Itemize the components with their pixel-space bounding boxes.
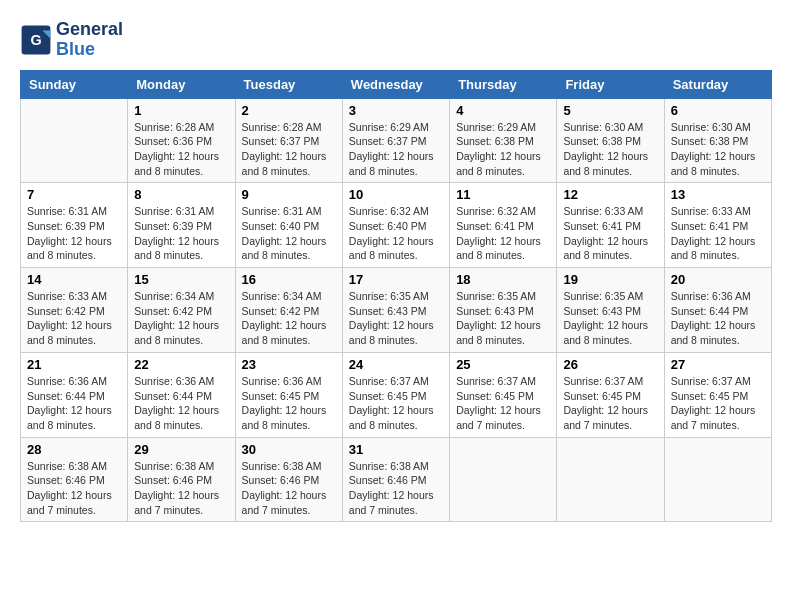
day-info: Sunrise: 6:29 AMSunset: 6:37 PMDaylight:…	[349, 120, 443, 179]
calendar-cell: 1Sunrise: 6:28 AMSunset: 6:36 PMDaylight…	[128, 98, 235, 183]
col-header-friday: Friday	[557, 70, 664, 98]
calendar-cell: 6Sunrise: 6:30 AMSunset: 6:38 PMDaylight…	[664, 98, 771, 183]
day-info: Sunrise: 6:38 AMSunset: 6:46 PMDaylight:…	[349, 459, 443, 518]
page-header: G General Blue	[20, 20, 772, 60]
col-header-tuesday: Tuesday	[235, 70, 342, 98]
calendar-cell: 18Sunrise: 6:35 AMSunset: 6:43 PMDayligh…	[450, 268, 557, 353]
calendar-table: SundayMondayTuesdayWednesdayThursdayFrid…	[20, 70, 772, 523]
calendar-cell: 19Sunrise: 6:35 AMSunset: 6:43 PMDayligh…	[557, 268, 664, 353]
day-number: 29	[134, 442, 228, 457]
logo-text: General Blue	[56, 20, 123, 60]
day-info: Sunrise: 6:37 AMSunset: 6:45 PMDaylight:…	[349, 374, 443, 433]
day-info: Sunrise: 6:32 AMSunset: 6:41 PMDaylight:…	[456, 204, 550, 263]
calendar-cell: 15Sunrise: 6:34 AMSunset: 6:42 PMDayligh…	[128, 268, 235, 353]
day-number: 6	[671, 103, 765, 118]
day-number: 14	[27, 272, 121, 287]
day-number: 10	[349, 187, 443, 202]
day-info: Sunrise: 6:33 AMSunset: 6:41 PMDaylight:…	[671, 204, 765, 263]
day-info: Sunrise: 6:37 AMSunset: 6:45 PMDaylight:…	[671, 374, 765, 433]
day-number: 8	[134, 187, 228, 202]
day-number: 23	[242, 357, 336, 372]
calendar-week-3: 14Sunrise: 6:33 AMSunset: 6:42 PMDayligh…	[21, 268, 772, 353]
day-number: 22	[134, 357, 228, 372]
calendar-cell: 8Sunrise: 6:31 AMSunset: 6:39 PMDaylight…	[128, 183, 235, 268]
day-number: 11	[456, 187, 550, 202]
day-info: Sunrise: 6:34 AMSunset: 6:42 PMDaylight:…	[242, 289, 336, 348]
day-number: 1	[134, 103, 228, 118]
calendar-cell: 12Sunrise: 6:33 AMSunset: 6:41 PMDayligh…	[557, 183, 664, 268]
day-number: 9	[242, 187, 336, 202]
day-number: 27	[671, 357, 765, 372]
calendar-week-1: 1Sunrise: 6:28 AMSunset: 6:36 PMDaylight…	[21, 98, 772, 183]
calendar-cell: 24Sunrise: 6:37 AMSunset: 6:45 PMDayligh…	[342, 352, 449, 437]
logo: G General Blue	[20, 20, 123, 60]
day-number: 28	[27, 442, 121, 457]
calendar-cell: 9Sunrise: 6:31 AMSunset: 6:40 PMDaylight…	[235, 183, 342, 268]
day-info: Sunrise: 6:30 AMSunset: 6:38 PMDaylight:…	[563, 120, 657, 179]
calendar-cell: 5Sunrise: 6:30 AMSunset: 6:38 PMDaylight…	[557, 98, 664, 183]
calendar-cell: 28Sunrise: 6:38 AMSunset: 6:46 PMDayligh…	[21, 437, 128, 522]
day-number: 21	[27, 357, 121, 372]
svg-text:G: G	[30, 32, 41, 48]
day-number: 19	[563, 272, 657, 287]
calendar-cell: 22Sunrise: 6:36 AMSunset: 6:44 PMDayligh…	[128, 352, 235, 437]
day-number: 30	[242, 442, 336, 457]
logo-icon: G	[20, 24, 52, 56]
calendar-cell: 31Sunrise: 6:38 AMSunset: 6:46 PMDayligh…	[342, 437, 449, 522]
day-number: 24	[349, 357, 443, 372]
calendar-cell: 16Sunrise: 6:34 AMSunset: 6:42 PMDayligh…	[235, 268, 342, 353]
day-info: Sunrise: 6:28 AMSunset: 6:37 PMDaylight:…	[242, 120, 336, 179]
day-info: Sunrise: 6:31 AMSunset: 6:39 PMDaylight:…	[134, 204, 228, 263]
day-number: 13	[671, 187, 765, 202]
day-number: 25	[456, 357, 550, 372]
day-number: 15	[134, 272, 228, 287]
calendar-cell: 3Sunrise: 6:29 AMSunset: 6:37 PMDaylight…	[342, 98, 449, 183]
calendar-cell	[557, 437, 664, 522]
day-info: Sunrise: 6:33 AMSunset: 6:41 PMDaylight:…	[563, 204, 657, 263]
calendar-cell: 26Sunrise: 6:37 AMSunset: 6:45 PMDayligh…	[557, 352, 664, 437]
day-number: 5	[563, 103, 657, 118]
day-info: Sunrise: 6:31 AMSunset: 6:39 PMDaylight:…	[27, 204, 121, 263]
calendar-cell: 11Sunrise: 6:32 AMSunset: 6:41 PMDayligh…	[450, 183, 557, 268]
day-info: Sunrise: 6:38 AMSunset: 6:46 PMDaylight:…	[134, 459, 228, 518]
calendar-week-4: 21Sunrise: 6:36 AMSunset: 6:44 PMDayligh…	[21, 352, 772, 437]
calendar-cell	[664, 437, 771, 522]
day-info: Sunrise: 6:36 AMSunset: 6:44 PMDaylight:…	[134, 374, 228, 433]
day-number: 2	[242, 103, 336, 118]
calendar-cell: 23Sunrise: 6:36 AMSunset: 6:45 PMDayligh…	[235, 352, 342, 437]
day-number: 20	[671, 272, 765, 287]
col-header-thursday: Thursday	[450, 70, 557, 98]
calendar-cell: 21Sunrise: 6:36 AMSunset: 6:44 PMDayligh…	[21, 352, 128, 437]
day-info: Sunrise: 6:32 AMSunset: 6:40 PMDaylight:…	[349, 204, 443, 263]
calendar-cell: 7Sunrise: 6:31 AMSunset: 6:39 PMDaylight…	[21, 183, 128, 268]
calendar-cell	[450, 437, 557, 522]
day-info: Sunrise: 6:35 AMSunset: 6:43 PMDaylight:…	[349, 289, 443, 348]
day-number: 17	[349, 272, 443, 287]
col-header-wednesday: Wednesday	[342, 70, 449, 98]
day-info: Sunrise: 6:38 AMSunset: 6:46 PMDaylight:…	[242, 459, 336, 518]
calendar-cell: 30Sunrise: 6:38 AMSunset: 6:46 PMDayligh…	[235, 437, 342, 522]
calendar-cell: 25Sunrise: 6:37 AMSunset: 6:45 PMDayligh…	[450, 352, 557, 437]
day-number: 4	[456, 103, 550, 118]
header-row: SundayMondayTuesdayWednesdayThursdayFrid…	[21, 70, 772, 98]
day-info: Sunrise: 6:35 AMSunset: 6:43 PMDaylight:…	[563, 289, 657, 348]
calendar-cell: 14Sunrise: 6:33 AMSunset: 6:42 PMDayligh…	[21, 268, 128, 353]
calendar-cell: 27Sunrise: 6:37 AMSunset: 6:45 PMDayligh…	[664, 352, 771, 437]
day-info: Sunrise: 6:37 AMSunset: 6:45 PMDaylight:…	[563, 374, 657, 433]
col-header-monday: Monday	[128, 70, 235, 98]
day-info: Sunrise: 6:36 AMSunset: 6:45 PMDaylight:…	[242, 374, 336, 433]
day-info: Sunrise: 6:30 AMSunset: 6:38 PMDaylight:…	[671, 120, 765, 179]
calendar-cell: 20Sunrise: 6:36 AMSunset: 6:44 PMDayligh…	[664, 268, 771, 353]
day-number: 7	[27, 187, 121, 202]
day-info: Sunrise: 6:31 AMSunset: 6:40 PMDaylight:…	[242, 204, 336, 263]
day-number: 3	[349, 103, 443, 118]
day-number: 18	[456, 272, 550, 287]
col-header-sunday: Sunday	[21, 70, 128, 98]
day-info: Sunrise: 6:33 AMSunset: 6:42 PMDaylight:…	[27, 289, 121, 348]
calendar-cell: 17Sunrise: 6:35 AMSunset: 6:43 PMDayligh…	[342, 268, 449, 353]
day-info: Sunrise: 6:28 AMSunset: 6:36 PMDaylight:…	[134, 120, 228, 179]
calendar-cell: 10Sunrise: 6:32 AMSunset: 6:40 PMDayligh…	[342, 183, 449, 268]
day-info: Sunrise: 6:34 AMSunset: 6:42 PMDaylight:…	[134, 289, 228, 348]
day-info: Sunrise: 6:29 AMSunset: 6:38 PMDaylight:…	[456, 120, 550, 179]
day-number: 16	[242, 272, 336, 287]
